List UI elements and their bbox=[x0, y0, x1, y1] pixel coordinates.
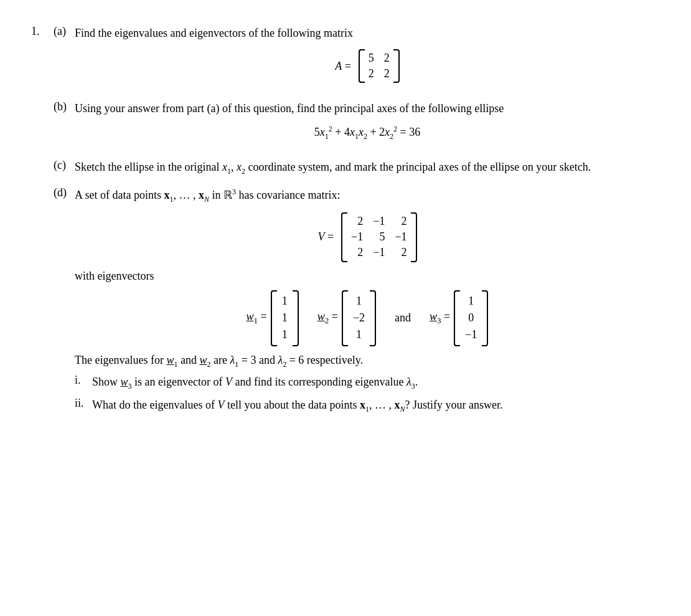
w3-label: w3 = bbox=[430, 310, 450, 326]
paren-right-v bbox=[411, 212, 417, 262]
cell-v-22: 2 bbox=[402, 246, 407, 259]
w1-1: 1 bbox=[282, 311, 288, 325]
eigenvectors-row: w1 = 1 1 1 bbox=[75, 290, 660, 346]
and-text: and bbox=[395, 311, 411, 325]
w1-matrix: 1 1 1 bbox=[271, 290, 299, 346]
paren-right-w3 bbox=[482, 290, 488, 346]
w3-body: 1 0 −1 bbox=[464, 292, 478, 344]
paren-left-v bbox=[341, 212, 347, 262]
sub-item-ii-text: What do the eigenvalues of V tell you ab… bbox=[92, 397, 660, 415]
part-c: (c) Sketch the ellipse in the original x… bbox=[54, 159, 660, 177]
parts-container: (a) Find the eigenvalues and eigenvector… bbox=[54, 25, 660, 415]
matrix-v-container: 2 −1 2 −1 5 −1 2 −1 2 bbox=[341, 212, 416, 262]
matrix-a-container: 5 2 2 2 bbox=[359, 49, 400, 83]
w2-0: 1 bbox=[356, 295, 362, 308]
w2-1: −2 bbox=[353, 311, 365, 325]
part-b: (b) Using your answer from part (a) of t… bbox=[54, 100, 660, 149]
w1-2: 1 bbox=[282, 328, 288, 341]
matrix-v-body: 2 −1 2 −1 5 −1 2 −1 2 bbox=[351, 215, 407, 259]
part-b-label: (b) bbox=[54, 100, 72, 113]
problem-number: 1. bbox=[31, 25, 49, 38]
problem-number-row: 1. (a) Find the eigenvalues and eigenvec… bbox=[31, 25, 660, 415]
cell-a-01: 2 bbox=[384, 52, 390, 65]
cell-v-12: −1 bbox=[395, 230, 407, 244]
part-a: (a) Find the eigenvalues and eigenvector… bbox=[54, 25, 660, 90]
cell-a-10: 2 bbox=[369, 67, 374, 80]
part-d: (d) A set of data points x1, … , xN in ℝ… bbox=[54, 186, 660, 414]
w3-1: 0 bbox=[468, 311, 474, 325]
w2-item: w2 = 1 −2 1 bbox=[317, 290, 376, 346]
matrix-a-display: A = 5 2 2 2 bbox=[75, 49, 660, 83]
w2-matrix: 1 −2 1 bbox=[342, 290, 376, 346]
matrix-v-label: V = bbox=[317, 230, 334, 244]
eigenvalue-text: The eigenvalues for w1 and w2 are λ1 = 3… bbox=[75, 354, 660, 369]
matrix-a-label: A = bbox=[335, 60, 351, 73]
cell-v-10: −1 bbox=[351, 230, 363, 244]
cell-v-00: 2 bbox=[357, 215, 363, 228]
cell-a-11: 2 bbox=[384, 67, 390, 80]
cell-v-01: −1 bbox=[373, 215, 385, 228]
sub-item-ii-label: ii. bbox=[75, 397, 88, 410]
cell-v-21: −1 bbox=[373, 246, 385, 259]
w1-0: 1 bbox=[282, 295, 288, 308]
paren-right-w1 bbox=[293, 290, 299, 346]
cell-v-11: 5 bbox=[379, 230, 385, 244]
part-a-content: Find the eigenvalues and eigenvectors of… bbox=[75, 25, 660, 90]
sub-item-i-label: i. bbox=[75, 374, 88, 387]
matrix-v-expr: V = 2 −1 2 −1 5 −1 2 bbox=[317, 212, 416, 262]
matrix-a-body: 5 2 2 2 bbox=[369, 52, 390, 80]
paren-right bbox=[393, 49, 400, 83]
cell-a-00: 5 bbox=[369, 52, 374, 65]
w3-2: −1 bbox=[465, 328, 477, 341]
w2-2: 1 bbox=[356, 328, 362, 341]
sub-item-i-text: Show w3 is an eigenvector of V and find … bbox=[92, 374, 660, 392]
w1-item: w1 = 1 1 1 bbox=[247, 290, 299, 346]
part-a-label: (a) bbox=[54, 25, 72, 38]
part-d-label: (d) bbox=[54, 186, 72, 199]
with-eigenvectors-label: with eigenvectors bbox=[75, 270, 660, 283]
w3-0: 1 bbox=[468, 295, 474, 308]
cell-v-20: 2 bbox=[357, 246, 363, 259]
part-c-label: (c) bbox=[54, 159, 72, 172]
sub-item-ii: ii. What do the eigenvalues of V tell yo… bbox=[75, 397, 660, 415]
paren-left bbox=[359, 49, 365, 83]
part-c-content: Sketch the ellipse in the original x1, x… bbox=[75, 159, 660, 177]
w3-matrix: 1 0 −1 bbox=[454, 290, 488, 346]
sub-item-i: i. Show w3 is an eigenvector of V and fi… bbox=[75, 374, 660, 392]
ellipse-eq-display: 5x12 + 4x1x2 + 2x22 = 36 bbox=[75, 125, 660, 141]
paren-left-w1 bbox=[271, 290, 277, 346]
paren-left-w2 bbox=[342, 290, 348, 346]
w1-body: 1 1 1 bbox=[281, 292, 289, 344]
matrix-a-expr: A = 5 2 2 2 bbox=[335, 49, 400, 83]
matrix-v-display: V = 2 −1 2 −1 5 −1 2 bbox=[75, 212, 660, 262]
part-c-text: Sketch the ellipse in the original x1, x… bbox=[75, 159, 660, 177]
paren-right-w2 bbox=[370, 290, 376, 346]
paren-left-w3 bbox=[454, 290, 460, 346]
part-a-text: Find the eigenvalues and eigenvectors of… bbox=[75, 25, 660, 42]
w3-item: w3 = 1 0 −1 bbox=[430, 290, 488, 346]
part-b-content: Using your answer from part (a) of this … bbox=[75, 100, 660, 149]
part-d-content: A set of data points x1, … , xN in ℝ3 ha… bbox=[75, 186, 660, 414]
w2-label: w2 = bbox=[317, 310, 338, 326]
problem-container: 1. (a) Find the eigenvalues and eigenvec… bbox=[31, 25, 660, 421]
part-d-text: A set of data points x1, … , xN in ℝ3 ha… bbox=[75, 186, 660, 205]
w1-label: w1 = bbox=[247, 310, 267, 326]
part-b-text: Using your answer from part (a) of this … bbox=[75, 100, 660, 117]
cell-v-02: 2 bbox=[402, 215, 407, 228]
sub-items: i. Show w3 is an eigenvector of V and fi… bbox=[75, 374, 660, 414]
w2-body: 1 −2 1 bbox=[352, 292, 366, 344]
